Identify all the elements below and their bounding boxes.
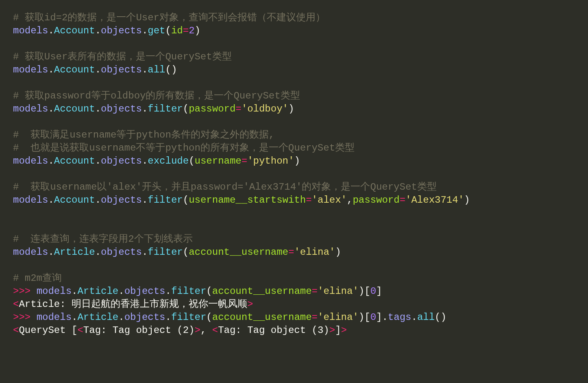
comment-line: # 获取id=2的数据，是一个User对象，查询不到会报错（不建议使用） — [13, 12, 325, 23]
repl-output: <Article: 明日起航的香港上市新规，祝你一帆风顺> — [13, 299, 253, 310]
code-line: models.Account.objects.all() — [13, 64, 177, 75]
comment-line: # 连表查询，连表字段用2个下划线表示 — [13, 234, 193, 245]
comment-line: # 获取满足username等于python条件的对象之外的数据, — [13, 129, 274, 140]
code-line: models.Account.objects.filter(username__… — [13, 195, 470, 206]
comment-line: # m2m查询 — [13, 273, 62, 284]
repl-line: >>> models.Article.objects.filter(accoun… — [13, 312, 446, 323]
comment-line: # 获取password等于oldboy的所有数据，是一个QuerySet类型 — [13, 90, 300, 101]
repl-output: <QuerySet [<Tag: Tag object (2)>, <Tag: … — [13, 325, 347, 336]
code-line: models.Article.objects.filter(account__u… — [13, 247, 341, 258]
comment-line: # 获取User表所有的数据，是一个QuerySet类型 — [13, 51, 232, 62]
code-block: # 获取id=2的数据，是一个User对象，查询不到会报错（不建议使用） mod… — [0, 0, 588, 383]
code-line: models.Account.objects.exclude(username=… — [13, 155, 300, 166]
code-line: models.Account.objects.get(id=2) — [13, 25, 200, 36]
comment-line: # 获取username以'alex'开头，并且password='Alex37… — [13, 182, 437, 193]
code-line: models.Account.objects.filter(password='… — [13, 103, 294, 114]
comment-line: # 也就是说获取username不等于python的所有对象，是一个QueryS… — [13, 142, 355, 153]
repl-line: >>> models.Article.objects.filter(accoun… — [13, 286, 382, 297]
